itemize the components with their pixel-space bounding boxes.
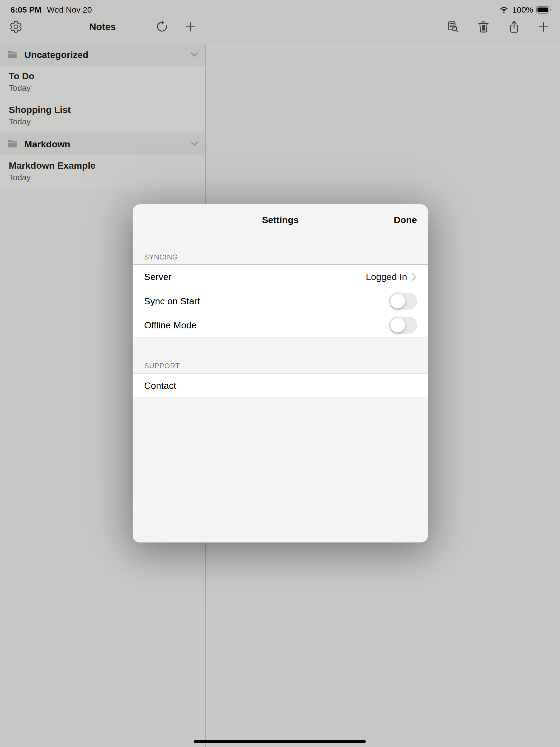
status-date: Wed Nov 20 <box>47 5 92 15</box>
toggle-knob <box>390 294 405 308</box>
status-left: 6:05 PM Wed Nov 20 <box>10 5 92 15</box>
sync-on-start-toggle[interactable] <box>389 292 417 310</box>
note-date: Today <box>9 83 205 94</box>
sidebar-folder-markdown[interactable]: Markdown <box>0 133 205 155</box>
row-value: Logged In <box>366 272 407 282</box>
trash-icon[interactable] <box>476 19 491 34</box>
plus-icon[interactable] <box>536 19 551 34</box>
wifi-icon <box>499 5 509 14</box>
folder-icon <box>6 138 19 150</box>
note-title: Shopping List <box>9 104 205 115</box>
note-title: To Do <box>9 70 205 82</box>
settings-group-support: Contact <box>133 373 428 398</box>
note-row-to-do[interactable]: To Do Today <box>0 66 205 99</box>
offline-mode-toggle[interactable] <box>389 317 417 334</box>
ipad-screen: 6:05 PM Wed Nov 20 100% <box>0 0 560 747</box>
notes-list-markdown: Markdown Example Today <box>0 155 205 189</box>
settings-row-offline-mode: Offline Mode <box>133 313 428 337</box>
chevron-down-icon[interactable] <box>190 51 199 58</box>
status-time: 6:05 PM <box>10 5 41 15</box>
row-label: Sync on Start <box>144 296 200 307</box>
battery-percent: 100% <box>512 5 533 15</box>
sidebar-folder-uncategorized[interactable]: Uncategorized <box>0 44 205 66</box>
note-title: Markdown Example <box>9 159 205 172</box>
settings-row-server[interactable]: Server Logged In <box>133 265 428 289</box>
row-label: Server <box>144 272 172 282</box>
section-header-syncing: SYNCING <box>144 253 178 261</box>
row-label: Offline Mode <box>144 320 197 331</box>
sidebar-title: Notes <box>0 21 205 32</box>
chevron-right-icon <box>411 272 417 281</box>
settings-row-sync-on-start: Sync on Start <box>133 289 428 313</box>
settings-row-contact[interactable]: Contact <box>133 374 428 397</box>
status-bar: 6:05 PM Wed Nov 20 100% <box>0 0 560 18</box>
toggle-knob <box>390 318 405 333</box>
note-date: Today <box>9 172 205 183</box>
plus-icon[interactable] <box>183 19 198 34</box>
note-row-shopping-list[interactable]: Shopping List Today <box>0 99 205 132</box>
share-icon[interactable] <box>506 19 522 34</box>
home-indicator[interactable] <box>194 740 366 743</box>
row-label: Contact <box>144 380 176 391</box>
refresh-icon[interactable] <box>154 19 170 34</box>
folder-name: Markdown <box>24 139 70 150</box>
notes-list-uncategorized: To Do Today Shopping List Today <box>0 66 205 132</box>
settings-group-syncing: Server Logged In Sync on Start Offline M… <box>133 264 428 337</box>
done-button[interactable]: Done <box>394 215 417 225</box>
document-search-icon[interactable] <box>445 19 460 34</box>
note-row-markdown-example[interactable]: Markdown Example Today <box>0 155 205 188</box>
battery-full-icon <box>536 6 552 14</box>
note-date: Today <box>9 116 205 127</box>
chevron-down-icon[interactable] <box>190 141 199 147</box>
folder-name: Uncategorized <box>24 50 88 60</box>
status-right: 100% <box>499 5 552 15</box>
section-header-support: SUPPORT <box>144 362 180 370</box>
modal-title: Settings <box>133 215 428 225</box>
folder-icon <box>6 49 19 60</box>
